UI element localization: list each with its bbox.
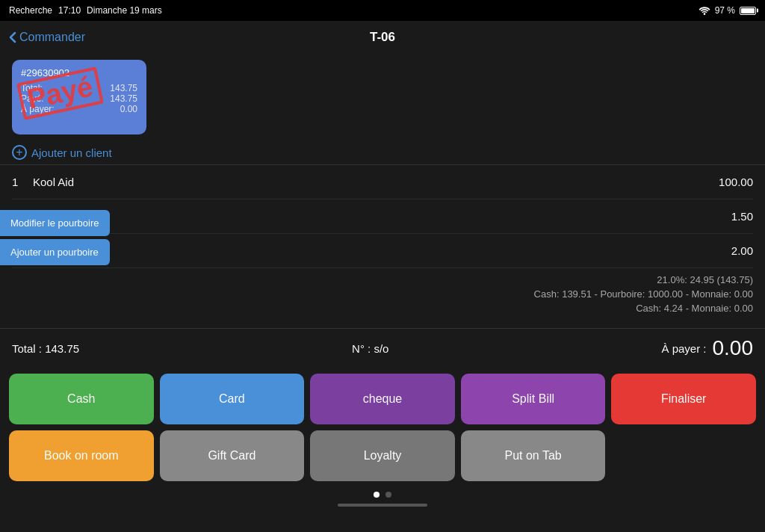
order-items-list: 1 Kool Aid 100.00 1 Bottled water 1.50 1… [0,165,765,268]
search-label: Recherche [9,5,52,16]
item-name: Iced Tea [33,244,731,257]
date-label: Dimanche 19 mars [87,5,162,16]
page-title: T-06 [370,30,395,45]
finaliser-button[interactable]: Finaliser [611,374,756,424]
modify-tip-button[interactable]: Modifier le pourboire [0,210,110,236]
wifi-icon [699,6,710,15]
cash-line-2: Cash: 4.24 - Monnaie: 0.00 [12,303,753,314]
header: Commander T-06 [0,21,765,54]
tip-buttons: Modifier le pourboire Ajouter un pourboi… [0,210,110,265]
footer-apayer: À payer : 0.00 [661,336,753,360]
add-tip-button[interactable]: Ajouter un pourboire [0,239,110,265]
item-price: 2.00 [731,244,753,257]
add-client-label: Ajouter un client [31,146,112,159]
order-number: #29630902 [21,67,137,78]
back-chevron-icon [9,31,16,43]
item-name: Kool Aid [33,176,719,188]
apayer-row: À payer: 0.00 [21,104,137,114]
table-row[interactable]: 1 Bottled water 1.50 [12,200,753,234]
footer-total-label: Total : 143.75 [12,342,79,355]
home-indicator [0,501,765,511]
dot-1 [374,492,380,498]
receipt-card[interactable]: #29630902 Total: 143.75 Payé: 143.75 À p… [12,60,146,134]
home-bar [338,504,427,507]
item-price: 1.50 [731,210,753,223]
total-row: Total: 143.75 [21,83,137,93]
paye-value: 143.75 [110,93,137,104]
apayer-value: 0.00 [120,104,137,114]
item-name: Bottled water [33,210,731,223]
add-client-icon: + [12,145,27,160]
footer-apayer-label: À payer : [661,342,706,355]
receipt-area: #29630902 Total: 143.75 Payé: 143.75 À p… [0,54,765,140]
gift-card-button[interactable]: Gift Card [160,430,305,481]
item-price: 100.00 [719,176,753,188]
battery-pct: 97 % [715,5,735,16]
dot-2 [385,492,391,498]
card-button[interactable]: Card [160,374,305,424]
split-bill-button[interactable]: Split Bill [461,374,606,424]
totals-section: 21.0%: 24.95 (143.75) Cash: 139.51 - Pou… [0,268,765,323]
paye-label: Payé: [21,93,44,104]
table-row[interactable]: 1 Kool Aid 100.00 [12,165,753,200]
apayer-label: À payer: [21,104,55,114]
add-client-button[interactable]: + Ajouter un client [0,140,765,164]
total-value: 143.75 [110,83,137,93]
cash-button[interactable]: Cash [9,374,154,424]
time-label: 17:10 [58,5,81,16]
page-dots [0,487,765,501]
loyalty-button[interactable]: Loyalty [310,430,455,481]
footer-total-bar: Total : 143.75 N° : s/o À payer : 0.00 [0,328,765,368]
cash-line-1: Cash: 139.51 - Pourboire: 1000.00 - Monn… [12,288,753,300]
footer-num-label: N° : s/o [352,342,388,355]
back-label: Commander [19,31,85,44]
status-bar: Recherche 17:10 Dimanche 19 mars 97 % [0,0,765,21]
book-on-room-button[interactable]: Book on room [9,430,154,481]
total-label: Total: [21,83,43,93]
middle-section: Modifier le pourboire Ajouter un pourboi… [0,165,765,328]
battery-icon [740,7,756,15]
footer-apayer-amount: 0.00 [712,336,753,360]
table-row[interactable]: 1 Iced Tea 2.00 [12,234,753,268]
paye-row: Payé: 143.75 [21,93,137,104]
payment-grid: Cash Card cheque Split Bill Finaliser Bo… [0,368,765,487]
tip-line: 21.0%: 24.95 (143.75) [12,274,753,285]
put-on-tab-button[interactable]: Put on Tab [461,430,606,481]
item-qty: 1 [12,176,27,188]
back-button[interactable]: Commander [9,31,85,44]
cheque-button[interactable]: cheque [310,374,455,424]
